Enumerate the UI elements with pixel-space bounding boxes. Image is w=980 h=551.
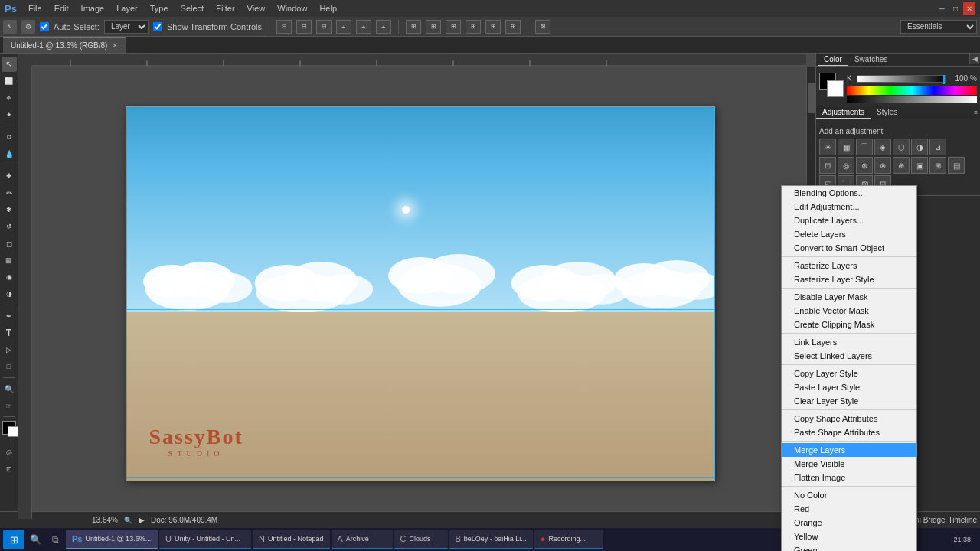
workspace-dropdown[interactable]: Essentials [900, 20, 977, 34]
taskbar-task-view-icon[interactable]: ⧉ [46, 530, 64, 549]
doc-tab-close[interactable]: ✕ [112, 41, 118, 50]
adj-invert[interactable]: ⊕ [893, 157, 910, 174]
dodge-tool[interactable]: ◑ [2, 286, 17, 302]
gradient-tool[interactable]: ▦ [2, 253, 17, 268]
adj-gradient[interactable]: ▤ [948, 157, 965, 174]
hand-tool[interactable]: ☞ [2, 398, 17, 413]
adjustments-tab[interactable]: Adjustments [816, 106, 871, 119]
blur-tool[interactable]: ◉ [2, 269, 17, 285]
ctx-merge-visible[interactable]: Merge Visible [782, 457, 916, 471]
distribute-bottom-btn[interactable]: ⊞ [505, 20, 521, 34]
menu-edit[interactable]: Edit [49, 2, 74, 15]
arrange-btn[interactable]: ⊠ [535, 20, 550, 34]
shape-tool[interactable]: □ [2, 359, 17, 374]
panel-collapse-top[interactable]: ◀ [969, 54, 980, 64]
zoom-tool[interactable]: 🔍 [2, 381, 17, 396]
taskbar-search-icon[interactable]: 🔍 [26, 530, 44, 549]
menu-view[interactable]: View [242, 2, 271, 15]
ctx-no-color[interactable]: No Color [782, 488, 916, 502]
adj-channelmixer[interactable]: ⊛ [856, 157, 873, 174]
playback-btn[interactable]: ▶ [139, 516, 145, 524]
minimize-button[interactable]: ─ [936, 2, 948, 15]
taskbar-recording[interactable]: ● Recording... [534, 530, 603, 549]
swatches-tab[interactable]: Swatches [848, 54, 893, 66]
adj-colorbalance[interactable]: ⊿ [929, 139, 946, 155]
ctx-clear-style[interactable]: Clear Layer Style [782, 394, 916, 408]
taskbar-beloy[interactable]: B beLOey - баіНіа Li... [449, 530, 533, 549]
adj-brightness[interactable]: ☀ [819, 139, 836, 155]
taskbar-archive[interactable]: A Archive [332, 530, 393, 549]
adj-levels[interactable]: ▦ [838, 139, 854, 155]
menu-select[interactable]: Select [175, 2, 210, 15]
ctx-yellow[interactable]: Yellow [782, 530, 916, 543]
menu-window[interactable]: Window [272, 2, 312, 15]
align-right-btn[interactable]: ⊟ [316, 20, 332, 34]
ctx-merge-layers[interactable]: Merge Layers [782, 443, 916, 457]
auto-select-checkbox[interactable] [40, 22, 49, 31]
menu-file[interactable]: File [23, 2, 47, 15]
brush-tool[interactable]: ✏ [2, 185, 17, 201]
foreground-color[interactable] [2, 421, 16, 435]
eraser-tool[interactable]: ◻ [2, 236, 17, 251]
color-swatches[interactable] [819, 73, 844, 97]
adj-vibrance[interactable]: ⬡ [893, 139, 910, 155]
color-tab[interactable]: Color [818, 54, 848, 66]
ctx-paste-shape[interactable]: Paste Shape Attributes [782, 425, 916, 439]
move-tool[interactable]: ↖ [2, 57, 17, 72]
crop-tool[interactable]: ⧉ [2, 129, 17, 145]
taskbar-ps[interactable]: Ps Untitled-1 @ 13.6%... [66, 530, 158, 549]
adj-threshold[interactable]: ⊞ [929, 157, 946, 174]
align-bottom-btn[interactable]: ⫠ [376, 20, 391, 34]
bw-spectrum[interactable] [847, 96, 977, 103]
styles-tab[interactable]: Styles [871, 106, 903, 119]
ctx-create-clipping[interactable]: Create Clipping Mask [782, 318, 916, 331]
distribute-right-btn[interactable]: ⊞ [446, 20, 461, 34]
text-tool[interactable]: T [2, 325, 17, 341]
ctx-copy-style[interactable]: Copy Layer Style [782, 367, 916, 380]
taskbar-clouds[interactable]: C Clouds [394, 530, 448, 549]
pen-tool[interactable]: ✒ [2, 308, 17, 324]
distribute-center-h-btn[interactable]: ⊞ [426, 20, 441, 34]
adj-exposure[interactable]: ◈ [874, 139, 891, 155]
screen-mode-btn[interactable]: ⊡ [2, 461, 17, 477]
adj-bw[interactable]: ⊡ [819, 157, 836, 174]
distribute-left-btn[interactable]: ⊞ [406, 20, 421, 34]
ctx-disable-mask[interactable]: Disable Layer Mask [782, 290, 916, 304]
quick-mask-tool[interactable]: ◎ [2, 445, 17, 460]
ctx-orange[interactable]: Orange [782, 516, 916, 530]
ctx-convert-smart[interactable]: Convert to Smart Object [782, 241, 916, 255]
maximize-button[interactable]: □ [949, 2, 962, 15]
quick-select-tool[interactable]: ✦ [2, 107, 17, 122]
adj-colorlookup[interactable]: ⊗ [874, 157, 891, 174]
ctx-edit-adjustment[interactable]: Edit Adjustment... [782, 200, 916, 214]
ctx-flatten[interactable]: Flatten Image [782, 471, 916, 484]
adj-panel-menu-icon[interactable]: ≡ [972, 109, 980, 116]
menu-layer[interactable]: Layer [111, 2, 143, 15]
color-spectrum[interactable] [847, 86, 977, 95]
background-swatch[interactable] [827, 80, 844, 97]
timeline-tab[interactable]: Timeline [949, 516, 977, 524]
path-select-tool[interactable]: ▷ [2, 342, 17, 357]
ctx-delete-layers[interactable]: Delete Layers [782, 227, 916, 241]
align-left-btn[interactable]: ⊟ [276, 20, 292, 34]
close-button[interactable]: ✕ [963, 2, 975, 15]
lasso-tool[interactable]: ⌖ [2, 90, 17, 106]
taskbar-notepad[interactable]: N Untitled - Notepad [253, 530, 330, 549]
adj-hue[interactable]: ◑ [911, 139, 928, 155]
ctx-paste-style[interactable]: Paste Layer Style [782, 380, 916, 394]
k-slider[interactable] [857, 75, 946, 83]
ctx-blending-options[interactable]: Blending Options... [782, 186, 916, 200]
adj-posterize[interactable]: ▣ [911, 157, 928, 174]
auto-select-dropdown[interactable]: Layer Group [104, 20, 149, 34]
ctx-enable-vector[interactable]: Enable Vector Mask [782, 304, 916, 318]
canvas[interactable]: SassyBot STUDIO [126, 106, 715, 481]
history-brush-tool[interactable]: ↺ [2, 219, 17, 234]
align-top-btn[interactable]: ⫠ [336, 20, 351, 34]
canvas-area[interactable]: SassyBot STUDIO [18, 54, 815, 528]
eyedropper-tool[interactable]: 💧 [2, 146, 17, 161]
show-transform-checkbox[interactable] [153, 22, 162, 31]
adj-photofilter[interactable]: ◎ [838, 157, 854, 174]
menu-help[interactable]: Help [314, 2, 342, 15]
menu-image[interactable]: Image [76, 2, 110, 15]
align-center-h-btn[interactable]: ⊟ [296, 20, 312, 34]
